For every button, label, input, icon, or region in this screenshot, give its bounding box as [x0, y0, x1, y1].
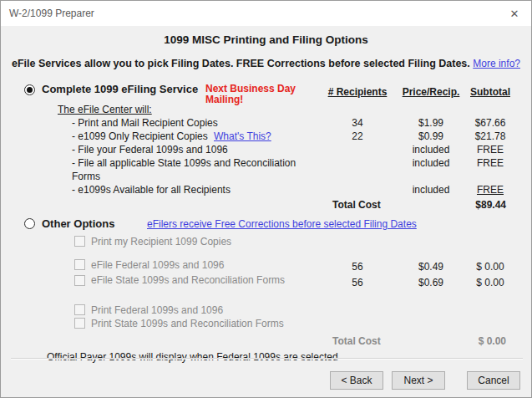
- total-cost-value: $89.44: [456, 198, 511, 212]
- print-federal-checkbox[interactable]: [74, 304, 85, 315]
- next-button[interactable]: Next >: [392, 371, 445, 390]
- row-subtotal: $ 0.00: [469, 276, 511, 289]
- window-title: W-2/1099 Preparer: [1, 8, 498, 19]
- row-price: $0.49: [393, 260, 469, 273]
- table-row: - e1099 Only Recipient Copies What's Thi…: [1, 130, 531, 143]
- row-label: - e1099s Available for all Recipients: [24, 183, 322, 196]
- row-subtotal: $67.66: [469, 116, 511, 130]
- table-row: - File your Federal 1099s and 1096 inclu…: [1, 143, 531, 156]
- efile-federal-checkbox[interactable]: [74, 259, 85, 270]
- table-row: - e1099s Available for all Recipients in…: [1, 183, 531, 196]
- efiling-header-row: Complete 1099 eFiling Service Next Busin…: [1, 83, 531, 99]
- subtitle-text: eFile Services allow you to pick Filing …: [12, 58, 470, 69]
- more-info-link[interactable]: More info?: [473, 58, 520, 69]
- row-subtotal: FREE: [469, 143, 511, 156]
- col-header-subtotal: Subtotal: [469, 85, 511, 99]
- checkbox-row: Print Federal 1099s and 1096: [1, 304, 531, 317]
- whats-this-link[interactable]: What's This?: [214, 130, 271, 143]
- checkbox-row: Print State 1099s and Reconciliation For…: [1, 317, 531, 330]
- free-corrections-link[interactable]: eFilers receive Free Corrections before …: [147, 217, 417, 231]
- row-recipients: 56: [322, 260, 393, 273]
- close-icon[interactable]: ✕: [498, 1, 531, 26]
- page-title: 1099 MISC Printing and Filing Options: [1, 33, 531, 47]
- back-button[interactable]: < Back: [330, 371, 383, 390]
- row-label: - e1099 Only Recipient Copies: [72, 130, 208, 142]
- efile-state-checkbox[interactable]: [74, 275, 85, 286]
- row-recipients: 34: [322, 116, 393, 130]
- checkbox-label[interactable]: Print State 1099s and Reconciliation For…: [91, 317, 284, 330]
- row-price: $0.69: [393, 276, 469, 289]
- other-options-radio[interactable]: [24, 218, 35, 229]
- row-label: - File all applicable State 1099s and Re…: [24, 156, 322, 183]
- row-subtotal: $21.78: [469, 130, 511, 143]
- row-price: $1.99: [393, 116, 469, 130]
- other-options-row: Other Options eFilers receive Free Corre…: [1, 217, 531, 231]
- row-label: - Print and Mail Recipient Copies: [24, 116, 322, 130]
- total-cost-label: Total Cost: [322, 334, 456, 348]
- row-price: included: [393, 183, 469, 196]
- row-price: $0.99: [393, 130, 469, 143]
- row-label: - File your Federal 1099s and 1096: [24, 143, 322, 156]
- row-recipients: 56: [322, 276, 393, 289]
- row-subtotal: $ 0.00: [469, 260, 511, 273]
- cancel-button[interactable]: Cancel: [467, 371, 520, 390]
- wizard-dialog: W-2/1099 Preparer ✕ 1099 MISC Printing a…: [0, 0, 532, 398]
- row-recipients: 22: [322, 130, 393, 143]
- row-subtotal: FREE: [469, 183, 511, 196]
- row-price: included: [393, 156, 469, 170]
- complete-efiling-radio[interactable]: [24, 84, 35, 95]
- table-row: - Print and Mail Recipient Copies 34 $1.…: [1, 116, 531, 130]
- total-cost-value: $ 0.00: [456, 334, 511, 348]
- subtitle: eFile Services allow you to pick Filing …: [1, 57, 531, 70]
- checkbox-label[interactable]: eFile State 1099s and Reconciliation For…: [91, 273, 285, 287]
- other-total-row: Total Cost $ 0.00: [1, 334, 531, 348]
- other-options-label[interactable]: Other Options: [42, 217, 114, 231]
- checkbox-label[interactable]: eFile Federal 1099s and 1096: [91, 258, 224, 272]
- efiling-total-row: Total Cost $89.44: [1, 198, 531, 212]
- col-header-recipients: # Recipients: [322, 85, 393, 99]
- complete-efiling-label[interactable]: Complete 1099 eFiling Service: [42, 83, 198, 96]
- checkbox-row: Print my Recipient 1099 Copies: [1, 235, 531, 248]
- checkbox-row: eFile State 1099s and Reconciliation For…: [1, 273, 531, 289]
- official-payer-note: Official Payer 1099s will display when F…: [1, 350, 531, 364]
- footer-divider: [11, 358, 523, 360]
- print-state-checkbox[interactable]: [74, 318, 85, 329]
- total-cost-label: Total Cost: [322, 198, 456, 212]
- checkbox-label[interactable]: Print my Recipient 1099 Copies: [91, 235, 231, 248]
- checkbox-label[interactable]: Print Federal 1099s and 1096: [91, 304, 223, 317]
- col-header-price: Price/Recip.: [393, 85, 469, 99]
- checkbox-row: eFile Federal 1099s and 1096 56 $0.49 $ …: [1, 258, 531, 274]
- next-business-day-banner: Next Business Day Mailing!: [205, 84, 307, 105]
- row-subtotal: FREE: [469, 156, 511, 170]
- table-row: - File all applicable State 1099s and Re…: [1, 156, 531, 183]
- title-bar: W-2/1099 Preparer ✕: [1, 1, 531, 26]
- dialog-content: 1099 MISC Printing and Filing Options eF…: [1, 26, 531, 397]
- print-recipient-copies-checkbox[interactable]: [74, 236, 85, 247]
- row-price: included: [393, 143, 469, 156]
